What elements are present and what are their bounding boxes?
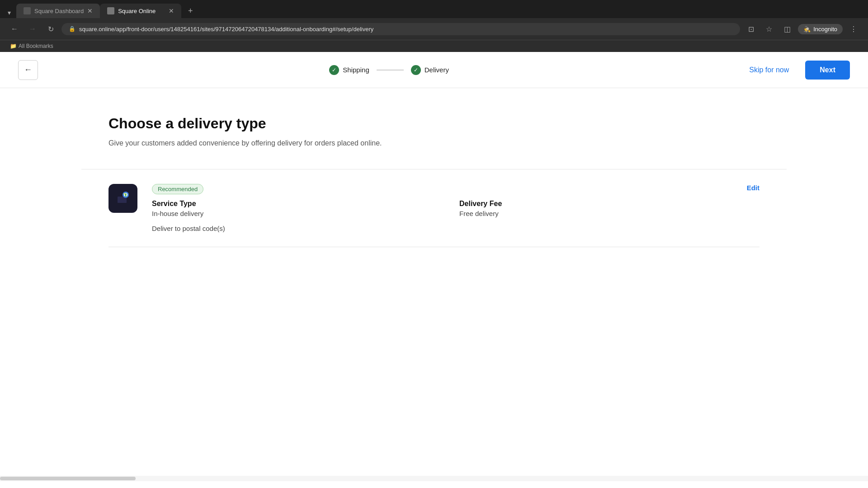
step-divider	[377, 70, 404, 70]
svg-point-6	[124, 193, 125, 195]
back-nav-button[interactable]: ←	[7, 22, 22, 36]
delivery-fee-label: Delivery Fee	[459, 200, 760, 208]
all-bookmarks-link[interactable]: 📁 All Bookmarks	[7, 42, 56, 50]
service-type-label: Service Type	[152, 200, 452, 208]
postal-code-text: Deliver to postal code(s)	[152, 225, 760, 232]
browser-tab-online[interactable]: Square Online ✕	[100, 4, 181, 18]
shipping-check-icon: ✓	[329, 65, 339, 75]
next-button[interactable]: Next	[805, 61, 850, 80]
menu-icon[interactable]: ⋮	[846, 22, 861, 36]
reload-button[interactable]: ↻	[43, 22, 58, 36]
step-delivery: ✓ Delivery	[411, 65, 449, 75]
delivery-fee-field: Delivery Fee Free delivery	[459, 200, 760, 217]
edit-link[interactable]: Edit	[747, 184, 760, 192]
recommended-badge: Recommended	[152, 184, 203, 194]
new-tab-button[interactable]: +	[183, 4, 198, 18]
tab-list-button[interactable]: ▾	[4, 7, 14, 18]
tab-favicon-dashboard	[24, 7, 31, 14]
delivery-card: Edit	[108, 169, 760, 262]
top-nav: ← ✓ Shipping ✓ Delivery Skip for now Nex…	[0, 52, 868, 88]
page-subtitle: Give your customers added convenience by…	[108, 139, 760, 147]
browser-tab-dashboard[interactable]: Square Dashboard ✕	[16, 4, 100, 18]
card-grid: Service Type In-house delivery Delivery …	[152, 200, 760, 217]
card-content: Recommended Service Type In-house delive…	[108, 184, 760, 232]
folder-icon: 📁	[10, 43, 17, 49]
scrollbar-area[interactable]	[0, 476, 868, 481]
step-shipping: ✓ Shipping	[329, 65, 369, 75]
back-button[interactable]: ←	[18, 60, 38, 80]
cast-icon[interactable]: ⊡	[744, 22, 758, 36]
page-title: Choose a delivery type	[108, 115, 760, 132]
delivery-label: Delivery	[425, 66, 449, 74]
delivery-fee-value: Free delivery	[459, 210, 760, 217]
tab-close-online[interactable]: ✕	[169, 7, 174, 14]
tab-label-online: Square Online	[118, 8, 156, 14]
tab-close-dashboard[interactable]: ✕	[87, 7, 93, 14]
shipping-label: Shipping	[343, 66, 369, 74]
lock-icon: 🔒	[69, 26, 75, 32]
delivery-check-icon: ✓	[411, 65, 421, 75]
chevron-down-icon: ▾	[8, 9, 11, 16]
address-bar[interactable]: 🔒 square.online/app/front-door/users/148…	[61, 23, 740, 35]
tab-label-dashboard: Square Dashboard	[34, 8, 84, 14]
card-details: Recommended Service Type In-house delive…	[152, 184, 760, 232]
profile-icon[interactable]: ◫	[780, 22, 794, 36]
incognito-button[interactable]: 🕵 Incognito	[798, 24, 843, 34]
delivery-svg-icon	[114, 189, 132, 207]
stepper: ✓ Shipping ✓ Delivery	[329, 65, 449, 75]
forward-nav-button[interactable]: →	[25, 22, 40, 36]
url-text: square.online/app/front-door/users/14825…	[79, 26, 373, 33]
svg-point-4	[125, 193, 127, 195]
tab-favicon-online	[107, 7, 114, 14]
skip-for-now-button[interactable]: Skip for now	[740, 61, 798, 79]
delivery-icon-wrapper	[108, 184, 137, 213]
nav-actions: ⊡ ☆ ◫ 🕵 Incognito ⋮	[744, 22, 861, 36]
main-content: Choose a delivery type Give your custome…	[0, 88, 868, 289]
bookmark-icon[interactable]: ☆	[762, 22, 776, 36]
scrollbar-thumb[interactable]	[0, 477, 136, 480]
top-nav-actions: Skip for now Next	[740, 61, 850, 80]
tab-bar: ▾ Square Dashboard ✕ Square Online ✕ +	[0, 0, 868, 18]
back-arrow-icon: ←	[24, 65, 32, 75]
incognito-label: Incognito	[813, 26, 837, 33]
page-content: ← ✓ Shipping ✓ Delivery Skip for now Nex…	[0, 52, 868, 481]
plus-icon: +	[188, 6, 193, 16]
bookmarks-bar: 📁 All Bookmarks	[0, 40, 868, 52]
card-bottom-divider	[108, 247, 760, 247]
browser-nav-bar: ← → ↻ 🔒 square.online/app/front-door/use…	[0, 18, 868, 40]
service-type-value: In-house delivery	[152, 210, 452, 217]
bookmarks-label: All Bookmarks	[19, 43, 53, 49]
delivery-icon	[108, 184, 137, 213]
incognito-hat-icon: 🕵	[803, 26, 811, 33]
browser-chrome: ▾ Square Dashboard ✕ Square Online ✕ + ←…	[0, 0, 868, 52]
service-type-field: Service Type In-house delivery	[152, 200, 452, 217]
